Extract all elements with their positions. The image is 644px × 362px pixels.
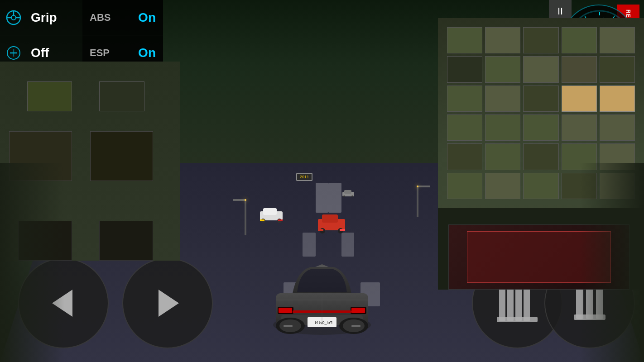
steer-right-button[interactable] [122,258,213,348]
abs-esp-panel: ABS On ESP On [82,0,163,71]
svg-rect-63 [507,285,514,321]
svg-rect-66 [497,317,538,322]
traction-icon [0,45,27,61]
esp-value: On [138,46,156,60]
svg-rect-64 [515,285,522,321]
svg-rect-21 [351,308,365,313]
svg-rect-62 [499,285,505,321]
svg-rect-11 [340,229,345,231]
svg-rect-7 [322,214,338,223]
traffic-car-1 [258,205,285,224]
svg-text:Fel_0vt N: Fel_0vt N [315,320,332,325]
road-sign: 2011 [296,173,312,181]
svg-marker-61 [159,290,179,317]
esp-label: ESP [90,47,110,59]
abs-row[interactable]: ABS On [82,0,163,35]
traffic-car-3 [341,188,355,199]
left-ground [0,163,64,362]
right-ground [580,163,644,362]
player-car: Fel_0vt N [268,248,376,340]
svg-rect-31 [351,325,360,327]
svg-point-15 [351,195,353,197]
steering-icon [0,10,27,26]
traffic-car-2 [316,211,347,235]
svg-rect-5 [278,219,283,221]
street-light-2 [417,186,418,217]
abs-value: On [138,10,156,25]
svg-rect-1 [263,208,277,215]
svg-point-35 [11,15,16,20]
svg-point-14 [343,195,345,197]
svg-rect-13 [344,190,351,194]
svg-rect-4 [260,219,264,221]
street-light-1 [245,199,246,235]
svg-rect-65 [524,285,530,321]
svg-rect-19 [279,308,292,313]
svg-rect-30 [284,325,293,327]
pause-icon: II [557,5,563,17]
abs-label: ABS [90,12,111,24]
svg-rect-10 [318,229,323,231]
